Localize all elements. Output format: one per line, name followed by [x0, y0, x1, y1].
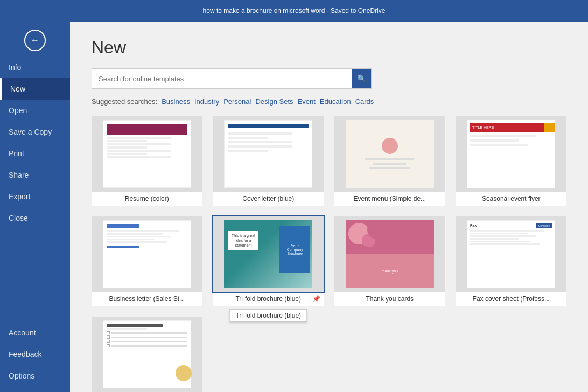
- main-content: New 🔍 Suggested searches: Business Indus…: [70, 22, 588, 392]
- sidebar-item-info[interactable]: Info: [0, 57, 70, 78]
- template-thumb: Fax Company: [456, 216, 567, 292]
- search-icon: 🔍: [357, 74, 366, 83]
- search-input[interactable]: [92, 71, 352, 87]
- tag-business[interactable]: Business: [162, 97, 190, 106]
- template-thumb: [213, 116, 324, 192]
- tag-industry[interactable]: Industry: [194, 97, 219, 106]
- sidebar-item-export[interactable]: Export: [0, 186, 70, 207]
- tag-cards[interactable]: Cards: [355, 97, 374, 106]
- template-name: Fax cover sheet (Profess...: [456, 292, 567, 306]
- template-thankyou[interactable]: thank you Thank you cards: [334, 216, 445, 306]
- template-name: Business letter (Sales St...: [92, 292, 202, 306]
- tag-personal[interactable]: Personal: [223, 97, 251, 106]
- title-bar: how to make a brochure on microsoft word…: [0, 0, 588, 22]
- brochure-tooltip: Tri-fold brochure (blue): [229, 309, 307, 322]
- tag-event[interactable]: Event: [298, 97, 316, 106]
- template-name: Cover letter (blue): [213, 192, 324, 206]
- template-thumb: TITLE HERE: [456, 116, 567, 192]
- template-thumb: [92, 317, 202, 392]
- sidebar-item-open[interactable]: Open: [0, 100, 70, 121]
- main-container: ← Info New Open Save a Copy Print Share …: [0, 22, 588, 392]
- template-cover-letter[interactable]: Cover letter (blue): [213, 116, 324, 206]
- sidebar-item-feedback[interactable]: Feedback: [0, 344, 70, 365]
- search-bar: 🔍: [92, 68, 372, 89]
- template-name: Seasonal event flyer: [456, 192, 567, 206]
- suggested-label: Suggested searches:: [92, 97, 157, 106]
- template-seasonal-flyer[interactable]: TITLE HERE Seasonal event flyer: [456, 116, 567, 206]
- tag-education[interactable]: Education: [320, 97, 351, 106]
- document-title: how to make a brochure on microsoft word…: [203, 7, 386, 15]
- template-name: Thank you cards: [334, 292, 445, 306]
- tag-design-sets[interactable]: Design Sets: [255, 97, 293, 106]
- sidebar: ← Info New Open Save a Copy Print Share …: [0, 22, 70, 392]
- template-fax[interactable]: Fax Company Fax cover sheet (Profess...: [456, 216, 567, 306]
- template-thumb: [92, 216, 202, 292]
- template-thumb: thank you: [334, 216, 445, 292]
- template-name: Event menu (Simple de...: [334, 192, 445, 206]
- template-thumb: [334, 116, 445, 192]
- template-wedding[interactable]: [92, 317, 202, 392]
- sidebar-item-options[interactable]: Options: [0, 365, 70, 387]
- sidebar-item-save-copy[interactable]: Save a Copy: [0, 121, 70, 143]
- template-event-menu[interactable]: Event menu (Simple de...: [334, 116, 445, 206]
- template-thumb: [92, 116, 202, 192]
- suggested-searches: Suggested searches: Business Industry Pe…: [92, 97, 566, 106]
- template-grid: Resume (color) Cover letter (blue): [92, 116, 566, 392]
- template-resume-color[interactable]: Resume (color): [92, 116, 202, 206]
- sidebar-item-close[interactable]: Close: [0, 207, 70, 229]
- template-thumb: This is a greatidea for astatement YourC…: [213, 216, 324, 292]
- page-title: New: [92, 38, 566, 58]
- sidebar-bottom: Account Feedback Options: [0, 322, 70, 392]
- template-name: Resume (color): [92, 192, 202, 206]
- back-button[interactable]: ←: [24, 30, 46, 51]
- sidebar-item-share[interactable]: Share: [0, 164, 70, 186]
- sidebar-item-print[interactable]: Print: [0, 143, 70, 164]
- search-button[interactable]: 🔍: [352, 69, 371, 88]
- template-name: Tri-fold brochure (blue): [213, 292, 324, 306]
- template-business-letter[interactable]: Business letter (Sales St...: [92, 216, 202, 306]
- sidebar-item-new[interactable]: New: [0, 78, 70, 100]
- sidebar-item-account[interactable]: Account: [0, 322, 70, 344]
- pin-icon: 📌: [312, 295, 320, 303]
- template-brochure[interactable]: This is a greatidea for astatement YourC…: [213, 216, 324, 306]
